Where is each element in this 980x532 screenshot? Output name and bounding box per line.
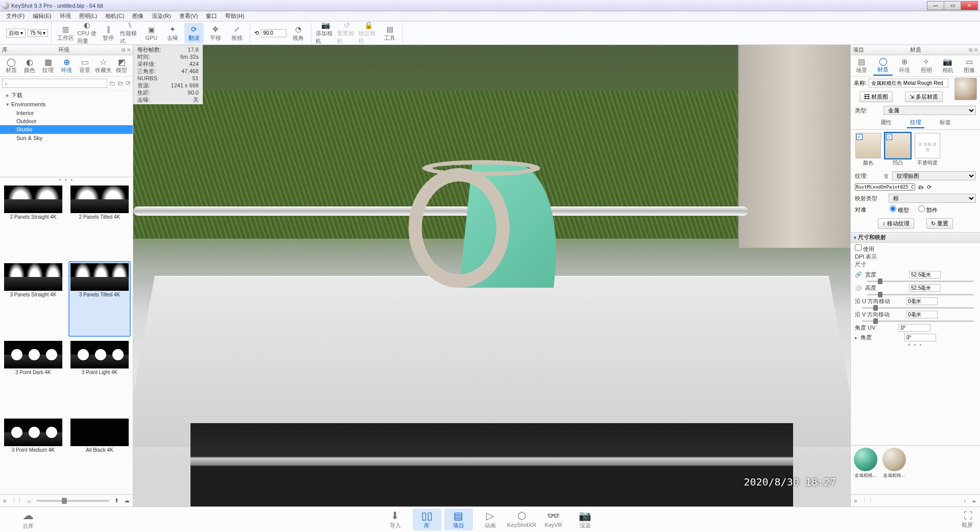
project-tab[interactable]: 项目 bbox=[853, 46, 864, 54]
toolbar-CPU 使用量[interactable]: ◐CPU 使用量 bbox=[77, 23, 97, 43]
menu-file[interactable]: 文件(F) bbox=[2, 12, 29, 20]
env-thumbnail[interactable]: 3 Panels Tilted 4K bbox=[68, 261, 131, 337]
align-part-radio[interactable]: 部件 bbox=[918, 205, 938, 214]
project-tab-场景[interactable]: ▤场景 bbox=[852, 56, 871, 75]
menu-help[interactable]: 帮助(H) bbox=[221, 12, 248, 20]
material-subtab[interactable]: 标签 bbox=[937, 118, 954, 128]
tree-item[interactable]: Outdoor bbox=[0, 117, 133, 125]
toolbar-工作区[interactable]: ▥工作区 bbox=[56, 23, 75, 43]
view-angle-input[interactable] bbox=[261, 29, 286, 37]
bottom-动画[interactable]: ▷动画 bbox=[476, 508, 505, 530]
texture-mode-select[interactable]: 纹理贴图 bbox=[892, 171, 976, 180]
lib-cat-材质[interactable]: ◯材质 bbox=[3, 57, 20, 74]
menu-image[interactable]: 图像 bbox=[128, 12, 148, 20]
material-graph-button[interactable]: ☷ 材质图 bbox=[859, 91, 893, 102]
env-thumbnail[interactable]: 2 Panels Straight 4K bbox=[2, 183, 64, 259]
material-name-input[interactable] bbox=[869, 79, 948, 87]
menu-edit[interactable]: 编辑(E) bbox=[29, 12, 56, 20]
texture-slot-颜色[interactable]: ✓颜色 bbox=[855, 133, 881, 167]
menu-lighting[interactable]: 照明(L) bbox=[75, 12, 101, 20]
sort-icon[interactable]: ↕ bbox=[964, 498, 967, 504]
env-thumbnail[interactable]: All Black 4K bbox=[68, 417, 131, 492]
toolbar-平移[interactable]: ✥平移 bbox=[206, 23, 225, 43]
height-slider[interactable] bbox=[867, 294, 974, 295]
shift-u-slider[interactable] bbox=[862, 307, 974, 309]
lib-cat-模型[interactable]: ◩模型 bbox=[113, 57, 130, 74]
splitter[interactable]: ● ● ● bbox=[0, 177, 133, 181]
multi-material-button[interactable]: ⇲ 多层材质 bbox=[905, 91, 943, 102]
material-subtab[interactable]: 纹理 bbox=[907, 118, 924, 128]
lib-cat-颜色[interactable]: ◐颜色 bbox=[21, 57, 38, 74]
height-input[interactable] bbox=[909, 284, 941, 292]
width-input[interactable] bbox=[909, 271, 941, 279]
environment-tree[interactable]: ▸下载▾EnvironmentsInteriorOutdoor▸StudioSu… bbox=[0, 90, 133, 177]
link-icon[interactable]: 🔗 bbox=[855, 271, 862, 278]
lib-cat-环境[interactable]: ⊕环境 bbox=[58, 57, 75, 74]
folder-up-icon[interactable]: 🗀 bbox=[109, 80, 115, 87]
close-pane-icon[interactable]: ✕ bbox=[974, 47, 978, 53]
tree-item[interactable]: ▸Studio bbox=[0, 125, 133, 134]
screenshot-button[interactable]: ⛶ 截屏 bbox=[924, 511, 980, 529]
filter-icon[interactable]: ⏶ bbox=[971, 498, 977, 504]
bottom-项目[interactable]: ▤项目 bbox=[444, 508, 473, 530]
texture-slot-凹凸[interactable]: ✓凹凸 bbox=[885, 133, 911, 167]
list-view-icon[interactable]: ≡ bbox=[3, 498, 6, 504]
bottom-渲染[interactable]: 📷渲染 bbox=[571, 508, 600, 530]
size-mapping-section[interactable]: 尺寸和映射 bbox=[851, 232, 980, 243]
env-thumbnail[interactable]: 2 Panels Tilted 4K bbox=[68, 183, 131, 259]
cloud-library-button[interactable]: ☁ 云库 bbox=[0, 509, 56, 530]
shift-v-input[interactable] bbox=[906, 311, 938, 318]
project-tab-相机[interactable]: 📷相机 bbox=[938, 56, 958, 75]
material-swatch[interactable]: 金属粗糙... bbox=[881, 448, 907, 492]
render-viewport[interactable]: 2020/8/30 18:27 bbox=[133, 45, 850, 506]
mapping-type-select[interactable]: 框 bbox=[889, 194, 976, 203]
splitter[interactable]: ● ● ● bbox=[851, 342, 980, 346]
lib-cat-纹理[interactable]: ▦纹理 bbox=[39, 57, 57, 74]
toolbar-GPU[interactable]: ▣GPU bbox=[141, 23, 161, 43]
env-thumbnail[interactable]: 3 Panels Straight 4K bbox=[2, 261, 64, 337]
tree-item[interactable]: Sun & Sky bbox=[0, 134, 133, 142]
thumbnail-size-slider[interactable] bbox=[36, 500, 109, 502]
width-slider[interactable] bbox=[867, 281, 974, 282]
tree-item[interactable]: Interior bbox=[0, 109, 133, 117]
refresh-icon[interactable]: ⟳ bbox=[126, 80, 131, 87]
menu-env[interactable]: 环境 bbox=[56, 12, 75, 20]
grid-view-icon[interactable]: ⋮⋮ bbox=[862, 497, 873, 504]
env-thumbnail[interactable]: 3 Point Medium 4K bbox=[2, 417, 64, 492]
env-thumbnail[interactable]: 3 Point Dark 4K bbox=[2, 339, 64, 414]
zoom-select[interactable]: 75 % ▾ bbox=[28, 29, 49, 37]
project-tab-照明[interactable]: ✧照明 bbox=[917, 56, 936, 75]
tree-item[interactable]: ▸下载 bbox=[0, 90, 133, 100]
close-button[interactable]: ✕ bbox=[961, 1, 978, 10]
refresh-file-icon[interactable]: ⟳ bbox=[927, 184, 931, 191]
menu-window[interactable]: 窗口 bbox=[202, 12, 221, 20]
menu-view[interactable]: 查看(V) bbox=[175, 12, 202, 20]
menu-camera[interactable]: 相机(C) bbox=[101, 12, 128, 20]
zoom-out-icon[interactable]: ⌕ bbox=[28, 498, 31, 504]
toolbar-暂停[interactable]: ∥暂停 bbox=[99, 23, 118, 43]
cloud-icon[interactable]: ☁ bbox=[124, 497, 130, 504]
texture-file-input[interactable] bbox=[855, 183, 915, 191]
library-search-input[interactable] bbox=[2, 79, 107, 88]
lib-cat-背景[interactable]: ▭背景 bbox=[76, 57, 93, 74]
delete-texture-icon[interactable]: 🗑 bbox=[883, 173, 889, 179]
toolbar-推移[interactable]: ⤢推移 bbox=[227, 23, 247, 43]
import-icon[interactable]: ⬆ bbox=[114, 497, 119, 504]
startup-select[interactable]: 启动 ▾ bbox=[6, 29, 26, 38]
lib-cat-收藏夹[interactable]: ☆收藏夹 bbox=[94, 57, 112, 74]
minimize-button[interactable]: — bbox=[927, 1, 944, 10]
toolbar-工具[interactable]: ▤工具 bbox=[380, 23, 399, 43]
maximize-button[interactable]: ▭ bbox=[944, 1, 961, 10]
list-view-icon[interactable]: ≡ bbox=[854, 498, 857, 504]
shift-v-slider[interactable] bbox=[862, 320, 974, 322]
undock-icon[interactable]: ⧉ bbox=[122, 47, 125, 53]
reset-button[interactable]: ↻ 重置 bbox=[926, 218, 953, 229]
bottom-KeyVR[interactable]: 👓KeyVR bbox=[539, 508, 568, 530]
material-type-select[interactable]: 金属 bbox=[883, 106, 976, 115]
folder-icon[interactable]: 🗁 bbox=[117, 80, 124, 87]
use-dpi-checkbox[interactable]: 使用 DPI 表示尺寸 bbox=[855, 244, 880, 268]
grid-view-icon[interactable]: ⋮⋮ bbox=[11, 497, 22, 504]
tree-item[interactable]: ▾Environments bbox=[0, 100, 133, 109]
bottom-库[interactable]: ▯▯库 bbox=[413, 508, 441, 530]
angle-uv-input[interactable] bbox=[899, 324, 930, 332]
